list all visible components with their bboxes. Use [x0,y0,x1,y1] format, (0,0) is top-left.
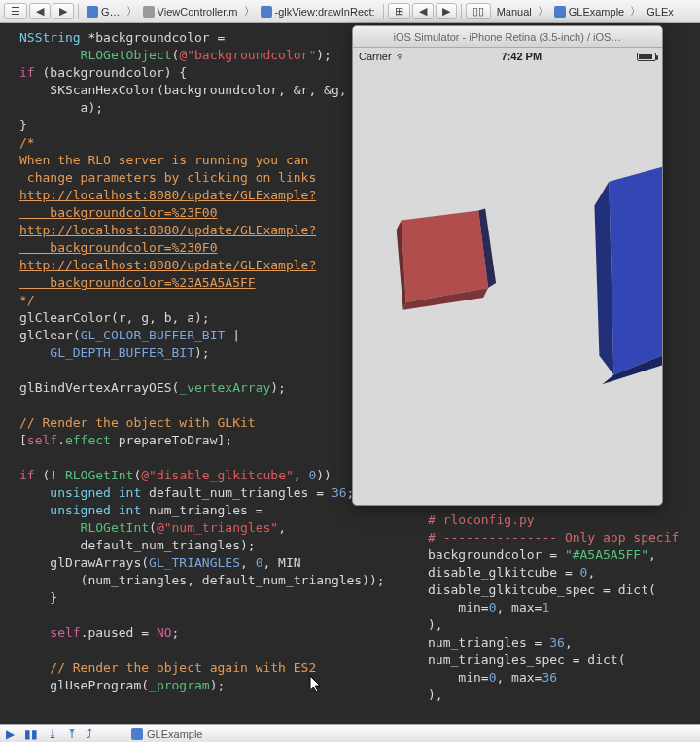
assistant-file[interactable]: GLExample [550,5,628,18]
file-crumb-1[interactable]: G… [83,5,124,18]
run-icon[interactable]: ▶ [6,727,15,741]
pause-icon[interactable]: ▮▮ [24,727,38,741]
method-icon [261,6,272,18]
link-1[interactable]: http://localhost:8080/update/GLExample? [19,188,316,202]
bottom-toolbar: ▶ ▮▮ ⤓ ⤒ ⤴ GLExample [0,724,700,742]
carrier-label: Carrier [359,51,392,62]
svg-marker-4 [609,167,662,375]
split-button[interactable]: ▯▯ [466,3,491,19]
link-3[interactable]: http://localhost:8080/update/GLExample? [19,258,316,272]
nav-fwd-2[interactable]: ▶ [436,3,457,19]
sim-status-bar: Carrier ᯤ 7:42 PM [353,48,662,65]
blue-cube [594,167,662,385]
nav-forward-button[interactable]: ▶ [52,3,74,19]
red-cube [397,208,496,309]
sim-gl-canvas [353,65,662,505]
clock-label: 7:42 PM [406,51,637,62]
sim-title-bar[interactable]: iOS Simulator - iPhone Retina (3.5-inch)… [353,26,662,48]
bottom-crumb[interactable]: GLExample [131,728,202,740]
assistant-mode[interactable]: Manual [493,5,536,18]
nav-back-button[interactable]: ◀ [29,3,51,19]
project-icon [87,6,98,18]
method-crumb[interactable]: -glkView:drawInRect: [257,5,379,18]
right-editor[interactable]: # rloconfig.py # --------------- Only ap… [428,512,696,704]
nav-back-2[interactable]: ◀ [412,3,434,19]
ios-simulator-window[interactable]: iOS Simulator - iPhone Retina (3.5-inch)… [352,25,663,506]
wifi-icon: ᯤ [396,51,406,62]
step-out-icon[interactable]: ⤴ [87,727,92,741]
top-toolbar: ☰ ◀ ▶ G… 〉 ViewController.m 〉 -glkView:d… [0,0,700,23]
file-icon [143,6,155,18]
toggle-panel-button[interactable]: ☰ [4,3,27,19]
assistant-target[interactable]: GLEx [643,5,678,18]
project-icon [131,728,143,740]
battery-icon [637,53,656,61]
step-icon[interactable]: ⤓ [48,727,57,741]
svg-marker-0 [402,210,488,301]
related-button[interactable]: ⊞ [388,3,410,19]
project-icon [554,6,566,18]
file-crumb-2[interactable]: ViewController.m [139,5,242,18]
step-over-icon[interactable]: ⤒ [67,727,77,741]
link-2[interactable]: http://localhost:8080/update/GLExample? [19,223,316,237]
